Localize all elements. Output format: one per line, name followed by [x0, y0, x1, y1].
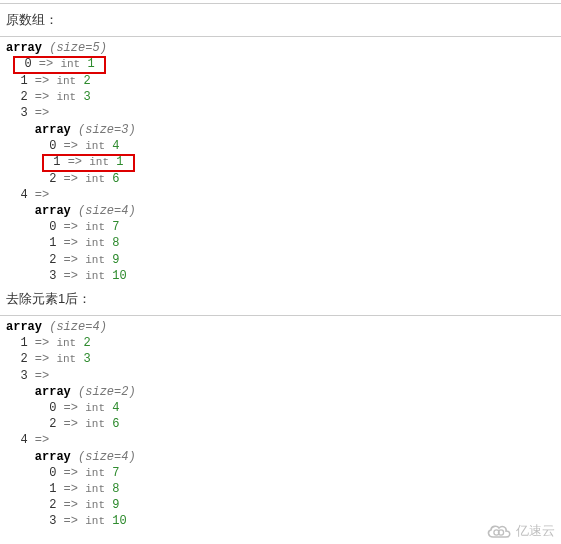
section-title-after: 去除元素1后： — [0, 286, 561, 312]
cloud-icon — [485, 522, 513, 540]
var-dump-after: array (size=4) 1 => int 2 2 => int 3 3 =… — [6, 319, 555, 529]
var-dump-original: array (size=5) 0 => int 1 1 => int 2 2 =… — [6, 40, 555, 284]
watermark: 亿速云 — [485, 522, 555, 540]
section-title-original: 原数组： — [0, 7, 561, 33]
watermark-text: 亿速云 — [516, 522, 555, 540]
